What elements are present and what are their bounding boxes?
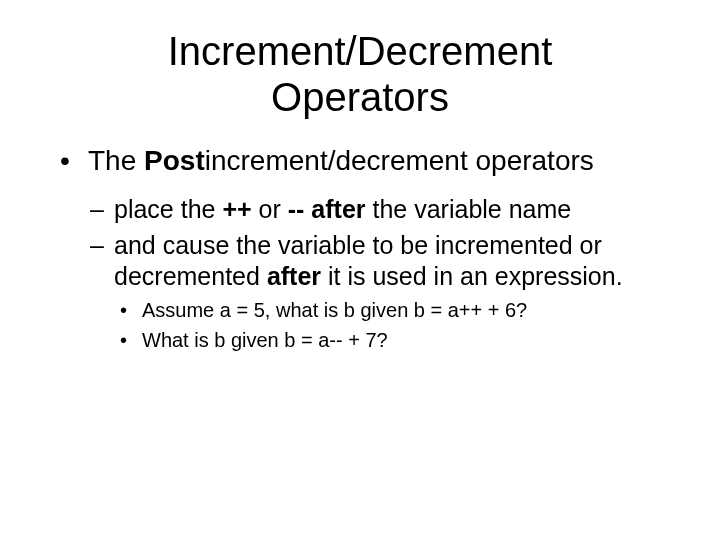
title-line-2: Operators	[271, 75, 449, 119]
bullet-level2: – and cause the variable to be increment…	[90, 230, 660, 291]
dash-icon: –	[90, 194, 114, 225]
bullet-dot-icon: •	[120, 297, 142, 323]
bullet-level1: • The Postincrement/decrement operators	[60, 144, 660, 178]
text-fragment: place the	[114, 195, 222, 223]
bullet-dot-icon: •	[120, 327, 142, 353]
bullet-level1-text: The Postincrement/decrement operators	[88, 144, 660, 178]
bullet-level2-text: place the ++ or -- after the variable na…	[114, 194, 660, 225]
bullet-level2: – place the ++ or -- after the variable …	[90, 194, 660, 225]
text-fragment: the variable name	[366, 195, 572, 223]
text-fragment: or	[252, 195, 288, 223]
bullet-level3-text: Assume a = 5, what is b given b = a++ + …	[142, 297, 660, 323]
text-bold: after	[304, 195, 365, 223]
slide: Increment/Decrement Operators • The Post…	[0, 0, 720, 540]
text-bold: Post	[144, 145, 205, 176]
bullet-level3: • What is b given b = a-- + 7?	[120, 327, 660, 353]
bullet-level3: • Assume a = 5, what is b given b = a++ …	[120, 297, 660, 323]
text-fragment: The	[88, 145, 144, 176]
title-line-1: Increment/Decrement	[168, 29, 553, 73]
text-bold: ++	[222, 195, 251, 223]
text-fragment: increment/decrement operators	[205, 145, 594, 176]
text-bold: --	[288, 195, 305, 223]
dash-icon: –	[90, 230, 114, 291]
bullet-level2-text: and cause the variable to be incremented…	[114, 230, 660, 291]
text-bold: after	[267, 262, 321, 290]
bullet-dot-icon: •	[60, 144, 88, 178]
text-fragment: it is used in an expression.	[321, 262, 623, 290]
slide-title: Increment/Decrement Operators	[60, 28, 660, 120]
bullet-level3-text: What is b given b = a-- + 7?	[142, 327, 660, 353]
